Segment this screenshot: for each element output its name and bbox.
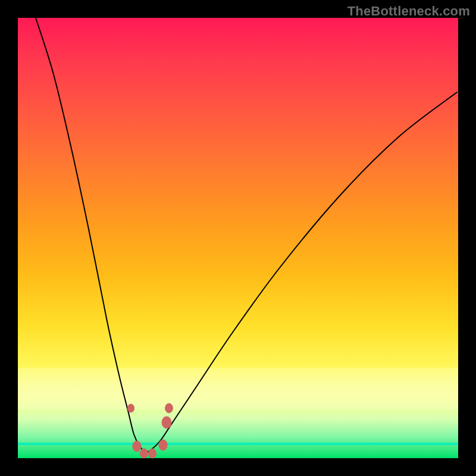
marker-layer xyxy=(127,403,173,458)
bottleneck-curve-path xyxy=(36,18,457,452)
curve-marker xyxy=(162,416,171,428)
curve-marker xyxy=(133,441,141,452)
watermark-text: TheBottleneck.com xyxy=(347,4,470,19)
curve-marker xyxy=(159,440,167,450)
curve-marker xyxy=(149,449,156,458)
curve-marker xyxy=(165,403,173,413)
curve-marker xyxy=(127,404,134,412)
chart-frame xyxy=(18,18,458,458)
bottleneck-chart xyxy=(18,18,458,458)
curve-marker xyxy=(140,449,148,458)
